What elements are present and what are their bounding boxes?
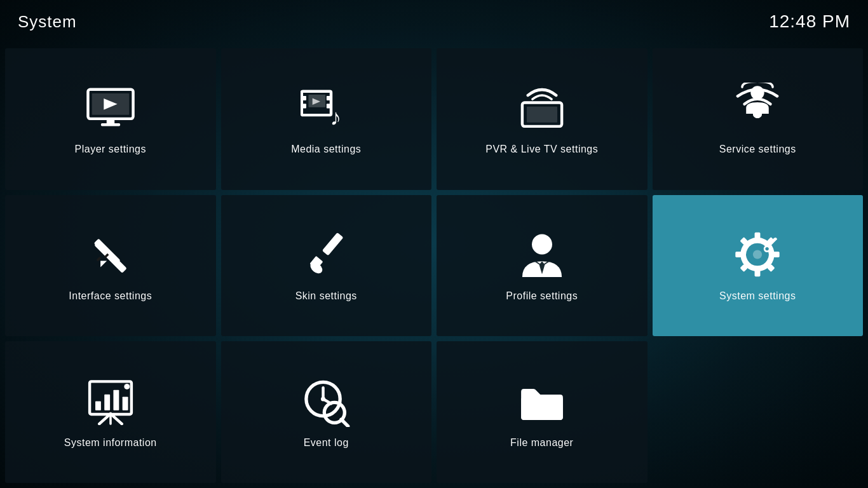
- service-icon: [732, 83, 783, 133]
- pvr-settings-label: PVR & Live TV settings: [485, 144, 598, 155]
- svg-point-29: [753, 250, 762, 259]
- svg-text:♪: ♪: [330, 105, 341, 130]
- pvr-settings-tile[interactable]: PVR & Live TV settings: [437, 48, 648, 190]
- svg-rect-21: [96, 257, 101, 262]
- svg-rect-6: [302, 96, 306, 100]
- svg-rect-8: [327, 96, 331, 100]
- system-information-icon: [85, 376, 136, 427]
- svg-point-48: [124, 384, 130, 390]
- interface-settings-label: Interface settings: [69, 290, 152, 302]
- svg-rect-32: [736, 252, 743, 258]
- svg-point-26: [532, 234, 552, 255]
- profile-settings-tile[interactable]: Profile settings: [437, 195, 648, 337]
- svg-rect-20: [94, 241, 127, 274]
- service-settings-tile[interactable]: Service settings: [653, 48, 864, 190]
- svg-rect-30: [755, 233, 761, 240]
- skin-icon: [301, 229, 351, 280]
- skin-settings-label: Skin settings: [295, 290, 357, 302]
- empty-tile: [653, 341, 864, 483]
- svg-point-39: [766, 247, 769, 250]
- profile-settings-label: Profile settings: [506, 290, 578, 302]
- file-manager-icon: [517, 376, 567, 427]
- header: System 12:48 PM: [0, 0, 868, 43]
- clock: 12:48 PM: [769, 11, 850, 32]
- media-settings-tile[interactable]: ♪ Media settings: [221, 48, 432, 190]
- svg-line-53: [341, 419, 348, 426]
- svg-rect-31: [755, 270, 761, 277]
- pvr-icon: [517, 83, 567, 133]
- svg-rect-46: [113, 390, 119, 410]
- svg-rect-45: [104, 395, 110, 410]
- media-settings-label: Media settings: [291, 144, 361, 155]
- svg-rect-33: [773, 252, 780, 258]
- player-settings-label: Player settings: [75, 144, 146, 155]
- file-manager-tile[interactable]: File manager: [437, 341, 648, 483]
- event-log-icon: [301, 376, 351, 427]
- event-log-label: Event log: [304, 437, 349, 449]
- svg-rect-14: [527, 107, 557, 123]
- svg-rect-23: [322, 233, 344, 256]
- skin-settings-tile[interactable]: Skin settings: [221, 195, 432, 337]
- interface-icon: [85, 229, 136, 280]
- media-icon: ♪: [301, 83, 351, 133]
- system-information-tile[interactable]: System information: [5, 341, 216, 483]
- interface-settings-tile[interactable]: Interface settings: [5, 195, 216, 337]
- svg-rect-47: [122, 397, 128, 410]
- svg-rect-7: [302, 104, 306, 109]
- system-information-label: System information: [64, 437, 157, 449]
- system-settings-label: System settings: [719, 290, 796, 302]
- file-manager-label: File manager: [510, 437, 573, 449]
- player-icon: [85, 83, 136, 133]
- profile-icon: [517, 229, 567, 280]
- svg-point-17: [751, 86, 764, 100]
- system-settings-tile[interactable]: System settings: [653, 195, 864, 337]
- service-settings-label: Service settings: [719, 144, 796, 155]
- page-title: System: [18, 12, 77, 32]
- event-log-tile[interactable]: Event log: [221, 341, 432, 483]
- svg-rect-44: [95, 402, 101, 410]
- settings-grid: Player settings ♪ Media settings: [0, 43, 868, 488]
- svg-rect-4: [101, 123, 120, 126]
- svg-rect-3: [107, 119, 114, 123]
- svg-point-54: [321, 396, 325, 401]
- player-settings-tile[interactable]: Player settings: [5, 48, 216, 190]
- system-settings-icon: [732, 229, 783, 280]
